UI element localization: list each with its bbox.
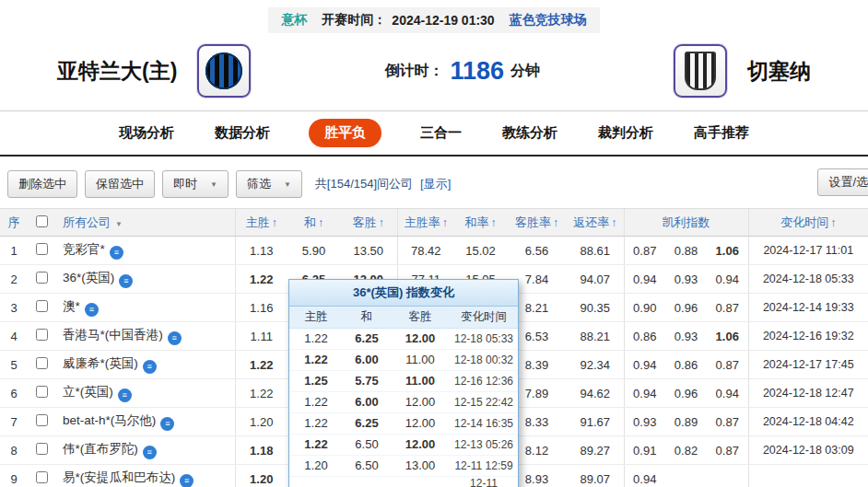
- company-name[interactable]: 竞彩官*: [63, 242, 105, 256]
- select-all-checkbox[interactable]: [36, 215, 48, 227]
- company-name[interactable]: 威廉希*(英国): [63, 356, 138, 370]
- chevron-down-icon: ▼: [115, 220, 123, 228]
- popup-home-odds: 1.22: [289, 328, 343, 349]
- row-checkbox[interactable]: [36, 386, 48, 398]
- popup-home-odds: 1.20: [289, 455, 343, 476]
- row-index: 1: [0, 237, 28, 265]
- home-odds-cell: 1.20: [235, 465, 287, 487]
- company-name[interactable]: 香港马*(中国香港): [63, 328, 163, 342]
- company-odds-history-icon[interactable]: ≡: [143, 446, 157, 459]
- home-odds-cell: 1.22: [235, 379, 287, 408]
- display-link[interactable]: [显示]: [420, 176, 451, 192]
- popup-draw-odds: 7.00: [343, 476, 391, 487]
- popup-row: 1.226.0011.0012-18 00:32: [289, 349, 518, 370]
- header-away-win[interactable]: 客胜↑: [340, 209, 397, 237]
- company-odds-history-icon[interactable]: ≡: [118, 388, 132, 402]
- return-rate-cell: 90.35: [567, 294, 624, 322]
- company-odds-history-icon[interactable]: ≡: [160, 417, 174, 431]
- popup-row: 1.307.0012.0012-11 10:18(初盘): [289, 476, 518, 487]
- instant-dropdown[interactable]: 即时 ▼: [162, 170, 229, 198]
- draw-odds-cell: 5.90: [287, 237, 340, 265]
- delete-selected-button[interactable]: 删除选中: [7, 170, 77, 198]
- kelly-draw-cell: 0.82: [665, 436, 707, 465]
- popup-draw-odds: 6.50: [343, 455, 391, 476]
- company-name[interactable]: 立*(英国): [63, 385, 113, 399]
- company-odds-history-icon[interactable]: ≡: [143, 360, 157, 374]
- row-checkbox[interactable]: [36, 272, 48, 284]
- sort-arrow-icon: ↑: [379, 216, 384, 229]
- return-rate-cell: 88.61: [567, 237, 624, 265]
- row-checkbox-cell: [28, 237, 55, 265]
- company-name[interactable]: 伟*(直布罗陀): [63, 442, 138, 456]
- row-checkbox[interactable]: [36, 414, 48, 426]
- row-checkbox[interactable]: [36, 300, 48, 312]
- company-odds-history-icon[interactable]: ≡: [168, 331, 182, 345]
- company-odds-history-icon[interactable]: ≡: [119, 274, 133, 288]
- popup-header-away: 客胜: [391, 307, 450, 328]
- return-rate-cell: 89.27: [567, 436, 624, 465]
- company-name[interactable]: 易*(安提瓜和巴布达): [63, 470, 175, 484]
- popup-away-odds: 12.00: [391, 434, 450, 455]
- tab-win-draw-loss[interactable]: 胜平负: [309, 119, 381, 147]
- kelly-home-cell: 0.86: [624, 322, 665, 351]
- kelly-away-cell: 0.87: [707, 294, 748, 322]
- company-name[interactable]: bet-at-h*(马尔他): [63, 413, 156, 427]
- header-draw-rate[interactable]: 和率↑: [454, 209, 507, 237]
- kelly-away-cell: 0.87: [707, 408, 748, 436]
- popup-home-odds: 1.25: [289, 370, 343, 391]
- row-checkbox[interactable]: [36, 243, 48, 255]
- popup-away-odds: 11.00: [391, 370, 450, 391]
- tab-three-in-one[interactable]: 三合一: [418, 119, 463, 147]
- row-checkbox[interactable]: [36, 357, 48, 369]
- settings-button[interactable]: 设置/选: [817, 168, 868, 196]
- row-checkbox[interactable]: [36, 443, 48, 455]
- header-draw-label: 和: [304, 215, 316, 229]
- header-change-time[interactable]: 变化时间↑: [748, 209, 868, 237]
- header-home-win[interactable]: 主胜↑: [235, 209, 287, 237]
- header-return-rate[interactable]: 返还率↑: [567, 209, 624, 237]
- header-home-win-rate[interactable]: 主胜率↑: [397, 209, 454, 237]
- company-name[interactable]: 澳*: [63, 299, 80, 313]
- popup-draw-odds: 6.25: [343, 328, 391, 349]
- header-draw[interactable]: 和↑: [287, 209, 340, 237]
- change-time-cell: 2024-12-17 17:45: [748, 351, 868, 379]
- header-home-win-label: 主胜: [246, 215, 270, 229]
- sort-arrow-icon: ↑: [830, 216, 836, 229]
- company-odds-history-icon[interactable]: ≡: [110, 246, 123, 260]
- change-time-cell: 2024-12-18 03:09: [748, 436, 868, 465]
- company-odds-history-icon[interactable]: ≡: [85, 303, 99, 317]
- tab-data-analysis[interactable]: 数据分析: [213, 119, 272, 147]
- kelly-home-cell: 0.94: [624, 379, 665, 408]
- filter-dropdown[interactable]: 筛选 ▼: [236, 170, 302, 198]
- match-info-box: 意杯 开赛时间： 2024-12-19 01:30 蓝色竞技球场: [268, 7, 599, 33]
- tab-live-analysis[interactable]: 现场分析: [117, 119, 176, 147]
- home-team-name: 亚特兰大(主): [57, 57, 177, 86]
- home-odds-cell: 1.22: [235, 265, 287, 294]
- company-odds-history-icon[interactable]: ≡: [180, 474, 194, 487]
- home-odds-cell: 1.22: [235, 351, 287, 379]
- header-away-win-rate[interactable]: 客胜率↑: [507, 209, 567, 237]
- row-checkbox[interactable]: [36, 471, 48, 483]
- return-rate-cell: 94.07: [567, 265, 624, 294]
- tab-referee-analysis[interactable]: 裁判分析: [596, 119, 655, 147]
- sort-arrow-icon: ↑: [491, 216, 497, 229]
- row-index: 3: [0, 294, 28, 322]
- tab-expert-picks[interactable]: 高手推荐: [692, 119, 751, 147]
- tab-coach-analysis[interactable]: 教练分析: [500, 119, 559, 147]
- header-company[interactable]: 所有公司▼: [55, 209, 235, 237]
- keep-selected-button[interactable]: 保留选中: [85, 170, 155, 198]
- company-cell: 澳*≡: [55, 294, 235, 322]
- header-return-rate-label: 返还率: [573, 215, 609, 229]
- league-badge: 意杯: [281, 12, 307, 29]
- row-checkbox[interactable]: [36, 329, 48, 341]
- popup-title: 36*(英国) 指数变化: [289, 280, 518, 307]
- kelly-home-cell: 0.94: [624, 351, 665, 379]
- popup-row: 1.226.2512.0012-14 16:35: [289, 412, 518, 434]
- header-kelly-index[interactable]: 凯利指数: [624, 209, 748, 237]
- home-odds-cell: 1.18: [235, 436, 287, 465]
- popup-header-row: 主胜 和 客胜 变化时间: [289, 307, 518, 328]
- company-name[interactable]: 36*(英国): [63, 271, 114, 284]
- away-team-block: 切塞纳: [674, 44, 811, 98]
- popup-home-odds: 1.30: [289, 476, 343, 487]
- row-index: 7: [0, 408, 28, 436]
